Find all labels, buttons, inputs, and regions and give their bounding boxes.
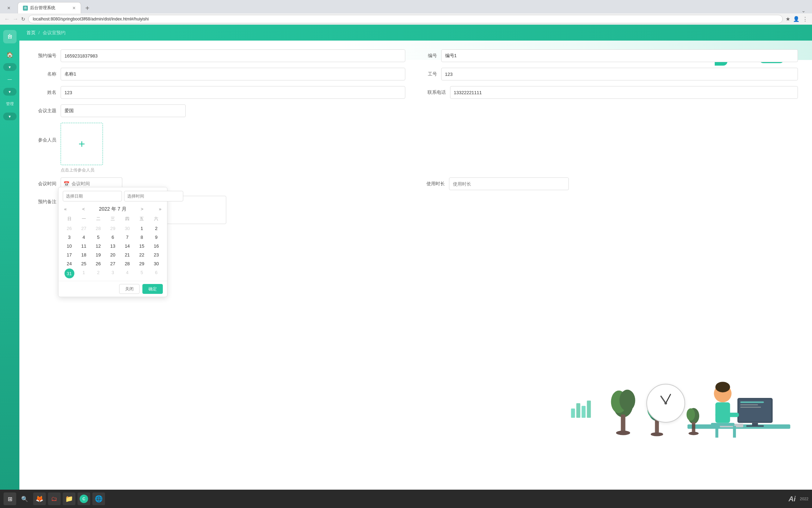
cal-day[interactable]: 14: [120, 242, 135, 250]
cal-day[interactable]: 26: [91, 259, 105, 268]
cal-day[interactable]: 6: [149, 268, 164, 279]
cal-day[interactable]: 18: [76, 250, 91, 259]
theme-input[interactable]: [61, 104, 186, 117]
browser-tab-close[interactable]: ✕: [3, 3, 17, 13]
cal-day[interactable]: 30: [149, 259, 164, 268]
cal-day[interactable]: 25: [76, 259, 91, 268]
taskbar-browser-icon[interactable]: 🌐: [92, 492, 105, 505]
cal-day[interactable]: 29: [135, 259, 149, 268]
prev-month-button[interactable]: <: [81, 206, 86, 212]
cal-day[interactable]: 27: [105, 259, 120, 268]
sidebar-expand-1[interactable]: ▼: [3, 63, 17, 71]
cal-day[interactable]: 3: [105, 268, 120, 279]
cal-day[interactable]: 28: [91, 224, 105, 233]
sidebar-item-home[interactable]: 🏠: [1, 48, 18, 61]
cal-day[interactable]: 9: [149, 233, 164, 242]
calendar-time-input[interactable]: [124, 191, 183, 201]
prev-prev-month-button[interactable]: «: [63, 206, 68, 212]
address-bar[interactable]: [28, 15, 783, 23]
calendar-date-input[interactable]: [63, 191, 122, 201]
contact-input[interactable]: [450, 86, 798, 99]
cal-day[interactable]: 7: [120, 233, 135, 242]
cal-day[interactable]: 24: [62, 259, 76, 268]
cal-day[interactable]: 15: [135, 242, 149, 250]
cal-day[interactable]: 1: [135, 224, 149, 233]
browser-expand-icon[interactable]: ⌄: [798, 8, 809, 13]
form-row-2: 名称 工号: [33, 68, 798, 80]
cal-day[interactable]: 11: [76, 242, 91, 250]
cal-day[interactable]: 27: [76, 224, 91, 233]
taskbar-app-3[interactable]: 📁: [63, 492, 75, 505]
name-input[interactable]: [61, 68, 405, 80]
sidebar-expand-3[interactable]: ▼: [3, 113, 17, 120]
taskbar-app-4[interactable]: C: [78, 492, 90, 505]
browser-tab-active[interactable]: 台 后台管理系统 ✕: [18, 2, 81, 13]
cal-day[interactable]: 4: [120, 268, 135, 279]
surname-input[interactable]: [61, 86, 405, 99]
refresh-button[interactable]: ↻: [21, 16, 25, 22]
sidebar-item-2[interactable]: —: [1, 73, 18, 86]
svg-point-26: [688, 408, 699, 424]
cal-day[interactable]: 6: [105, 233, 120, 242]
cal-day[interactable]: 5: [135, 268, 149, 279]
add-participant-box[interactable]: +: [61, 123, 103, 165]
duration-input[interactable]: [449, 177, 569, 190]
settings-icon[interactable]: ⋮: [802, 16, 808, 22]
sidebar-expand-2[interactable]: ▼: [3, 88, 17, 96]
next-next-month-button[interactable]: »: [158, 206, 163, 212]
taskbar-app-1[interactable]: 🦊: [33, 492, 46, 505]
taskbar-app-2[interactable]: 🗂: [48, 492, 61, 505]
cal-day[interactable]: 13: [105, 242, 120, 250]
cal-day[interactable]: 16: [149, 242, 164, 250]
cal-day[interactable]: 12: [91, 242, 105, 250]
new-tab-button[interactable]: +: [82, 3, 93, 13]
cal-day[interactable]: 23: [149, 250, 164, 259]
cal-day[interactable]: 28: [120, 259, 135, 268]
svg-rect-1: [737, 398, 773, 423]
cal-day[interactable]: 2: [91, 268, 105, 279]
name-field: 名称: [33, 68, 405, 80]
cal-day[interactable]: 10: [62, 242, 76, 250]
profile-icon[interactable]: 👤: [793, 16, 800, 22]
tab-close-icon[interactable]: ✕: [72, 6, 76, 11]
breadcrumb-home[interactable]: 首页: [26, 30, 36, 36]
cal-day[interactable]: 26: [62, 224, 76, 233]
cal-day[interactable]: 8: [135, 233, 149, 242]
calendar-cancel-button[interactable]: 关闭: [119, 284, 140, 294]
cal-day[interactable]: 3: [62, 233, 76, 242]
bookmark-icon[interactable]: ★: [786, 16, 790, 22]
close-icon[interactable]: ✕: [7, 6, 11, 11]
workid-input[interactable]: [441, 68, 798, 80]
svg-rect-28: [692, 422, 695, 432]
calendar-inputs-row: [59, 187, 167, 204]
next-month-button[interactable]: >: [139, 206, 145, 212]
cal-day[interactable]: 4: [76, 233, 91, 242]
booking-number-input[interactable]: [61, 49, 405, 62]
cal-day[interactable]: 2: [149, 224, 164, 233]
cal-day[interactable]: 5: [91, 233, 105, 242]
cal-day[interactable]: 1: [76, 268, 91, 279]
cal-day[interactable]: 30: [120, 224, 135, 233]
booking-number-field: 预约编号: [33, 49, 405, 62]
code-label: 编号: [426, 53, 437, 59]
taskbar-search-icon[interactable]: 🔍: [18, 492, 31, 505]
forward-button[interactable]: →: [13, 16, 18, 22]
calendar-confirm-button[interactable]: 确定: [142, 284, 163, 294]
cal-day[interactable]: 29: [105, 224, 120, 233]
cal-day-selected[interactable]: 22: [135, 250, 149, 259]
weekday-mon: 一: [76, 214, 91, 223]
cal-day-today[interactable]: 31: [64, 268, 74, 278]
add-icon: +: [79, 138, 85, 151]
cal-day[interactable]: 19: [91, 250, 105, 259]
svg-point-32: [664, 402, 667, 404]
cal-day[interactable]: 20: [105, 250, 120, 259]
taskbar-start-button[interactable]: ⊞: [4, 492, 16, 505]
back-button[interactable]: ←: [4, 16, 10, 22]
svg-point-29: [689, 432, 699, 435]
cal-day[interactable]: 17: [62, 250, 76, 259]
participants-label: 参会人员: [33, 123, 56, 143]
code-input[interactable]: [441, 49, 798, 62]
cal-day[interactable]: 21: [120, 250, 135, 259]
browser-toolbar: ← → ↻ ★ 👤 ⋮: [0, 13, 812, 25]
sidebar-item-manage[interactable]: 管理: [1, 98, 18, 110]
